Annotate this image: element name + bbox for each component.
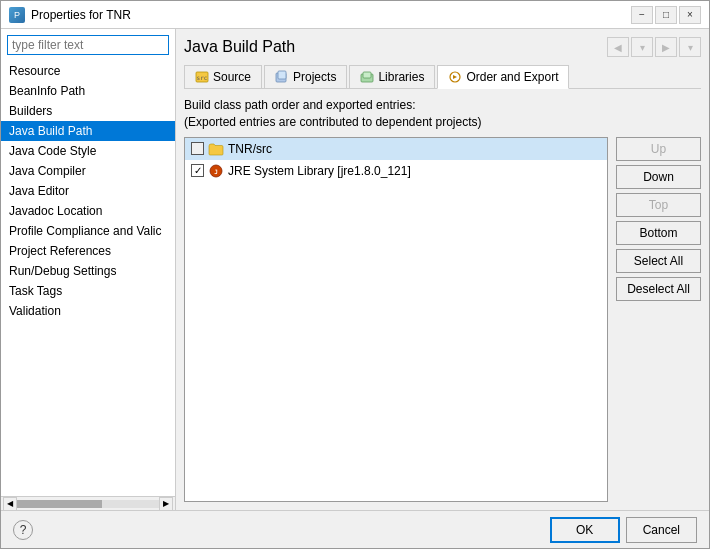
top-button[interactable]: Top	[616, 193, 701, 217]
sidebar-item-6[interactable]: Java Editor	[1, 181, 175, 201]
titlebar: P Properties for TNR − □ ×	[1, 1, 709, 29]
bottom-bar: ? OK Cancel	[1, 510, 709, 548]
ok-button[interactable]: OK	[550, 517, 620, 543]
window-title: Properties for TNR	[31, 8, 131, 22]
window-icon: P	[9, 7, 25, 23]
cancel-button[interactable]: Cancel	[626, 517, 697, 543]
description-text: Build class path order and exported entr…	[184, 97, 701, 131]
right-panel: Java Build Path ◀ ▾ ▶ ▾ src	[176, 29, 709, 510]
entry-label-0: TNR/src	[228, 142, 601, 156]
tab-libraries-label: Libraries	[378, 70, 424, 84]
entries-area: TNR/src✓ J JRE System Library [jre1.8.0_…	[184, 137, 701, 502]
entry-icon-0	[208, 141, 224, 157]
close-button[interactable]: ×	[679, 6, 701, 24]
properties-window: P Properties for TNR − □ × ResourceBeanI…	[0, 0, 710, 549]
bottom-right: OK Cancel	[550, 517, 697, 543]
source-tab-icon: src	[195, 70, 209, 84]
nav-forward-button[interactable]: ▶	[655, 37, 677, 57]
svg-rect-3	[278, 71, 286, 79]
panel-header: Java Build Path ◀ ▾ ▶ ▾	[184, 37, 701, 57]
entry-checkbox-1[interactable]: ✓	[191, 164, 204, 177]
svg-rect-5	[363, 72, 371, 78]
tab-source[interactable]: src Source	[184, 65, 262, 88]
entry-item-1[interactable]: ✓ J JRE System Library [jre1.8.0_121]	[185, 160, 607, 182]
tabs: src Source Projects	[184, 65, 701, 89]
entry-icon-1: J	[208, 163, 224, 179]
sidebar-scroll-left[interactable]: ◀	[3, 497, 17, 511]
svg-text:src: src	[197, 74, 208, 81]
tab-libraries[interactable]: Libraries	[349, 65, 435, 88]
help-button[interactable]: ?	[13, 520, 33, 540]
bottom-left: ?	[13, 520, 33, 540]
nav-forward-dropdown-button[interactable]: ▾	[679, 37, 701, 57]
sidebar-list: ResourceBeanInfo PathBuildersJava Build …	[1, 61, 175, 496]
sidebar-item-11[interactable]: Task Tags	[1, 281, 175, 301]
nav-back-dropdown-button[interactable]: ▾	[631, 37, 653, 57]
bottom-button[interactable]: Bottom	[616, 221, 701, 245]
titlebar-controls: − □ ×	[631, 6, 701, 24]
sidebar-item-2[interactable]: Builders	[1, 101, 175, 121]
nav-back-button[interactable]: ◀	[607, 37, 629, 57]
sidebar-scrollbar-track[interactable]	[17, 500, 159, 508]
action-buttons: Up Down Top Bottom Select All Deselect A…	[616, 137, 701, 502]
sidebar-item-10[interactable]: Run/Debug Settings	[1, 261, 175, 281]
nav-buttons: ◀ ▾ ▶ ▾	[607, 37, 701, 57]
deselect-all-button[interactable]: Deselect All	[616, 277, 701, 301]
sidebar-scrollbar-thumb	[17, 500, 102, 508]
minimize-button[interactable]: −	[631, 6, 653, 24]
sidebar-item-3[interactable]: Java Build Path	[1, 121, 175, 141]
up-button[interactable]: Up	[616, 137, 701, 161]
sidebar-scroll-right[interactable]: ▶	[159, 497, 173, 511]
tab-order-export[interactable]: Order and Export	[437, 65, 569, 89]
tab-projects-label: Projects	[293, 70, 336, 84]
libraries-tab-icon	[360, 70, 374, 84]
order-export-tab-icon	[448, 70, 462, 84]
svg-text:J: J	[214, 168, 218, 175]
entry-label-1: JRE System Library [jre1.8.0_121]	[228, 164, 601, 178]
sidebar-item-0[interactable]: Resource	[1, 61, 175, 81]
entry-checkbox-0[interactable]	[191, 142, 204, 155]
description-line2: (Exported entries are contributed to dep…	[184, 114, 701, 131]
sidebar-item-12[interactable]: Validation	[1, 301, 175, 321]
tab-source-label: Source	[213, 70, 251, 84]
tab-projects[interactable]: Projects	[264, 65, 347, 88]
entries-list: TNR/src✓ J JRE System Library [jre1.8.0_…	[184, 137, 608, 502]
description-line1: Build class path order and exported entr…	[184, 97, 701, 114]
select-all-button[interactable]: Select All	[616, 249, 701, 273]
sidebar-item-1[interactable]: BeanInfo Path	[1, 81, 175, 101]
sidebar-item-8[interactable]: Profile Compliance and Valic	[1, 221, 175, 241]
main-content: ResourceBeanInfo PathBuildersJava Build …	[1, 29, 709, 510]
sidebar: ResourceBeanInfo PathBuildersJava Build …	[1, 29, 176, 510]
down-button[interactable]: Down	[616, 165, 701, 189]
sidebar-item-7[interactable]: Javadoc Location	[1, 201, 175, 221]
sidebar-item-9[interactable]: Project References	[1, 241, 175, 261]
sidebar-item-4[interactable]: Java Code Style	[1, 141, 175, 161]
sidebar-item-5[interactable]: Java Compiler	[1, 161, 175, 181]
sidebar-scrollbar-area: ◀ ▶	[1, 496, 175, 510]
filter-input[interactable]	[7, 35, 169, 55]
tab-order-export-label: Order and Export	[466, 70, 558, 84]
titlebar-left: P Properties for TNR	[9, 7, 131, 23]
maximize-button[interactable]: □	[655, 6, 677, 24]
entry-item-0[interactable]: TNR/src	[185, 138, 607, 160]
build-path-content: Build class path order and exported entr…	[184, 97, 701, 502]
panel-title: Java Build Path	[184, 38, 295, 56]
projects-tab-icon	[275, 70, 289, 84]
